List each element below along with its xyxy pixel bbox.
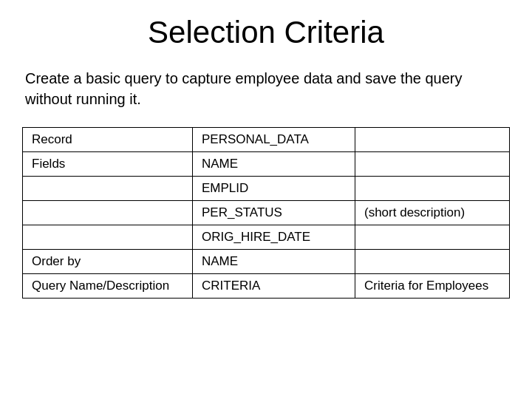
table-cell-1-2 bbox=[355, 152, 510, 177]
table-row: RecordPERSONAL_DATA bbox=[23, 128, 510, 152]
table-cell-3-2: (short description) bbox=[355, 201, 510, 225]
table-row: Query Name/DescriptionCRITERIACriteria f… bbox=[23, 274, 510, 299]
table-cell-4-0 bbox=[23, 225, 193, 250]
page-title: Selection Criteria bbox=[22, 15, 510, 50]
table-cell-4-2 bbox=[355, 225, 510, 250]
table-row: FieldsNAME bbox=[23, 152, 510, 177]
table-cell-3-1: PER_STATUS bbox=[193, 201, 355, 225]
table-row: EMPLID bbox=[23, 177, 510, 201]
table-cell-1-0: Fields bbox=[23, 152, 193, 177]
table-row: PER_STATUS(short description) bbox=[23, 201, 510, 225]
table-cell-0-1: PERSONAL_DATA bbox=[193, 128, 355, 152]
data-table: RecordPERSONAL_DATAFieldsNAMEEMPLIDPER_S… bbox=[22, 127, 510, 299]
table-cell-1-1: NAME bbox=[193, 152, 355, 177]
table-cell-6-0: Query Name/Description bbox=[23, 274, 193, 299]
table-cell-2-0 bbox=[23, 177, 193, 201]
table-row: ORIG_HIRE_DATE bbox=[23, 225, 510, 250]
table-cell-4-1: ORIG_HIRE_DATE bbox=[193, 225, 355, 250]
table-cell-0-2 bbox=[355, 128, 510, 152]
table-row: Order byNAME bbox=[23, 250, 510, 274]
table-cell-2-2 bbox=[355, 177, 510, 201]
table-cell-5-1: NAME bbox=[193, 250, 355, 274]
table-cell-0-0: Record bbox=[23, 128, 193, 152]
table-cell-6-1: CRITERIA bbox=[193, 274, 355, 299]
subtitle: Create a basic query to capture employee… bbox=[22, 68, 510, 109]
table-cell-2-1: EMPLID bbox=[193, 177, 355, 201]
page-container: Selection Criteria Create a basic query … bbox=[0, 0, 532, 399]
table-cell-3-0 bbox=[23, 201, 193, 225]
table-cell-5-2 bbox=[355, 250, 510, 274]
table-cell-5-0: Order by bbox=[23, 250, 193, 274]
table-cell-6-2: Criteria for Employees bbox=[355, 274, 510, 299]
